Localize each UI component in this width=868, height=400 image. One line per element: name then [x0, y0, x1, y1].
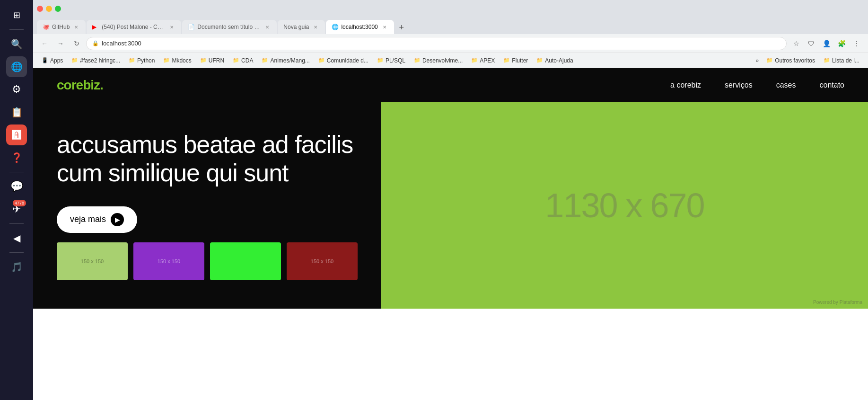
- bookmark-outros[interactable]: 📁 Outros favoritos: [763, 55, 819, 66]
- tab-youtube-close[interactable]: ✕: [168, 23, 175, 31]
- lista-folder-icon: 📁: [824, 57, 830, 63]
- globe-icon[interactable]: 🌐: [6, 56, 27, 77]
- bookmark-apex-label: APEX: [480, 57, 495, 64]
- outros-folder-icon: 📁: [766, 57, 773, 63]
- dev-tools-icon[interactable]: ⚙: [6, 79, 27, 100]
- site-logo: corebiz.: [57, 78, 103, 93]
- tab-localhost[interactable]: 🌐 localhost:3000 ✕: [326, 20, 394, 34]
- profile-button[interactable]: 👤: [820, 37, 833, 50]
- window-controls: [37, 6, 61, 12]
- nav-servicos[interactable]: serviços: [725, 81, 753, 89]
- tab-nova-guia[interactable]: Nova guia ✕: [278, 20, 325, 34]
- thumbnail-2-label: 150 x 150: [158, 258, 180, 264]
- tab-doc[interactable]: 📄 Documento sem título - D... ✕: [182, 20, 277, 34]
- nav-cases[interactable]: cases: [776, 81, 796, 89]
- forward-button[interactable]: →: [54, 37, 67, 50]
- nav-bar: ← → ↻ 🔒 localhost:3000 ☆ 🛡 👤 🧩 ⋮: [33, 34, 868, 53]
- bookmark-comunidade-label: Comunidade d...: [327, 57, 368, 64]
- store-icon[interactable]: 🅰: [6, 124, 27, 145]
- menu-button[interactable]: ⋮: [850, 37, 863, 50]
- address-bar[interactable]: 🔒 localhost:3000: [86, 37, 787, 50]
- bookmark-flutter[interactable]: 📁 Flutter: [500, 55, 532, 66]
- bookmark-lista[interactable]: 📁 Lista de l...: [820, 55, 863, 66]
- bookmark-desenvolvime[interactable]: 📁 Desenvolvime...: [410, 55, 466, 66]
- veja-mais-label: veja mais: [70, 214, 106, 224]
- bookmark-animes-label: Animes/Mang...: [270, 57, 309, 64]
- bookmark-button[interactable]: ☆: [789, 37, 803, 50]
- os-logo-icon[interactable]: ⊞: [6, 5, 27, 26]
- bookmark-fase2-label: #fase2 hiringc...: [80, 57, 120, 64]
- tab-youtube-title: (540) Post Malone - Cong...: [102, 24, 165, 30]
- animes-folder-icon: 📁: [262, 57, 268, 63]
- bookmark-animes[interactable]: 📁 Animes/Mang...: [258, 55, 313, 66]
- thumbnail-1-label: 150 x 150: [81, 258, 104, 264]
- back-button[interactable]: ←: [38, 37, 51, 50]
- thumbnail-2: 150 x 150: [133, 242, 204, 280]
- bookmark-autoajuda[interactable]: 📁 Auto-Ajuda: [533, 55, 577, 66]
- bookmark-cda[interactable]: 📁 CDA: [229, 55, 257, 66]
- bookmark-desenvolvime-label: Desenvolvime...: [422, 57, 463, 64]
- flutter-folder-icon: 📁: [503, 57, 510, 63]
- tab-nova-guia-close[interactable]: ✕: [312, 23, 319, 31]
- tab-github[interactable]: 🐙 GitHub ✕: [37, 20, 86, 34]
- bookmark-ufrn[interactable]: 📁 UFRN: [196, 55, 228, 66]
- bookmark-apps-label: Apps: [50, 57, 63, 64]
- localhost-favicon: 🌐: [332, 24, 338, 30]
- telegram-badge: 4778: [13, 200, 26, 206]
- tab-nova-guia-title: Nova guia: [283, 24, 309, 30]
- tab-doc-close[interactable]: ✕: [263, 23, 271, 31]
- search-icon[interactable]: 🔍: [6, 34, 27, 54]
- doc-favicon: 📄: [188, 24, 194, 30]
- nav-a-corebiz[interactable]: a corebiz: [670, 81, 701, 89]
- powered-by-text: Powered by Plataforma: [813, 300, 862, 305]
- title-bar: [33, 0, 868, 17]
- reload-button[interactable]: ↻: [70, 37, 83, 50]
- bookmark-outros-label: Outros favoritos: [775, 57, 815, 64]
- bookmark-apps[interactable]: 📱 Apps: [38, 55, 67, 66]
- bookmark-plsql[interactable]: 📁 PL/SQL: [373, 55, 409, 66]
- cta-arrow-icon: ▶: [111, 213, 124, 226]
- shield-button[interactable]: 🛡: [805, 37, 818, 50]
- thumbnail-4: 150 x 150: [287, 242, 358, 280]
- lock-icon: 🔒: [92, 40, 99, 46]
- tab-localhost-close[interactable]: ✕: [381, 23, 388, 31]
- bookmark-mkdocs[interactable]: 📁 Mkdocs: [159, 55, 195, 66]
- bookmark-python[interactable]: 📁 Python: [125, 55, 158, 66]
- thumbnail-3: [210, 242, 281, 280]
- youtube-favicon: ▶: [92, 24, 99, 30]
- back-arrow-icon[interactable]: ◀: [6, 228, 27, 249]
- bookmark-lista-label: Lista de l...: [832, 57, 859, 64]
- discord-icon[interactable]: 💬: [6, 176, 27, 197]
- os-sidebar: ⊞ 🔍 🌐 ⚙ 📋 🅰 ❓ 💬 ✈ 4778 ◀ 🎵: [0, 0, 33, 400]
- spotify-icon[interactable]: 🎵: [6, 257, 27, 277]
- bookmark-comunidade[interactable]: 📁 Comunidade d...: [315, 55, 372, 66]
- bookmarks-bar: 📱 Apps 📁 #fase2 hiringc... 📁 Python 📁 Mk…: [33, 53, 868, 68]
- help-icon[interactable]: ❓: [6, 147, 27, 168]
- notes-icon[interactable]: 📋: [6, 102, 27, 123]
- site-hero-right: 1130 x 670 Powered by Plataforma: [381, 102, 868, 309]
- window-close-button[interactable]: [37, 6, 43, 12]
- window-maximize-button[interactable]: [55, 6, 61, 12]
- apex-folder-icon: 📁: [471, 57, 478, 63]
- address-text: localhost:3000: [102, 40, 141, 47]
- tab-github-close[interactable]: ✕: [72, 23, 80, 31]
- desenvolvime-folder-icon: 📁: [414, 57, 421, 63]
- extensions-button[interactable]: 🧩: [835, 37, 848, 50]
- bookmark-fase2[interactable]: 📁 #fase2 hiringc...: [68, 55, 124, 66]
- ufrn-folder-icon: 📁: [200, 57, 207, 63]
- nav-contato[interactable]: contato: [820, 81, 844, 89]
- bookmark-python-label: Python: [137, 57, 155, 64]
- cda-folder-icon: 📁: [233, 57, 239, 63]
- site-menu: a corebiz serviços cases contato: [670, 81, 844, 89]
- tab-doc-title: Documento sem título - D...: [197, 24, 261, 30]
- python-folder-icon: 📁: [129, 57, 135, 63]
- veja-mais-button[interactable]: veja mais ▶: [57, 206, 137, 233]
- new-tab-button[interactable]: +: [395, 21, 408, 34]
- thumbnail-4-label: 150 x 150: [311, 258, 333, 264]
- bookmark-plsql-label: PL/SQL: [386, 57, 405, 64]
- bookmarks-more-button[interactable]: »: [753, 55, 762, 66]
- window-minimize-button[interactable]: [46, 6, 52, 12]
- bookmark-apex[interactable]: 📁 APEX: [467, 55, 499, 66]
- telegram-icon[interactable]: ✈ 4778: [6, 199, 27, 220]
- tab-youtube[interactable]: ▶ (540) Post Malone - Cong... ✕: [87, 20, 181, 34]
